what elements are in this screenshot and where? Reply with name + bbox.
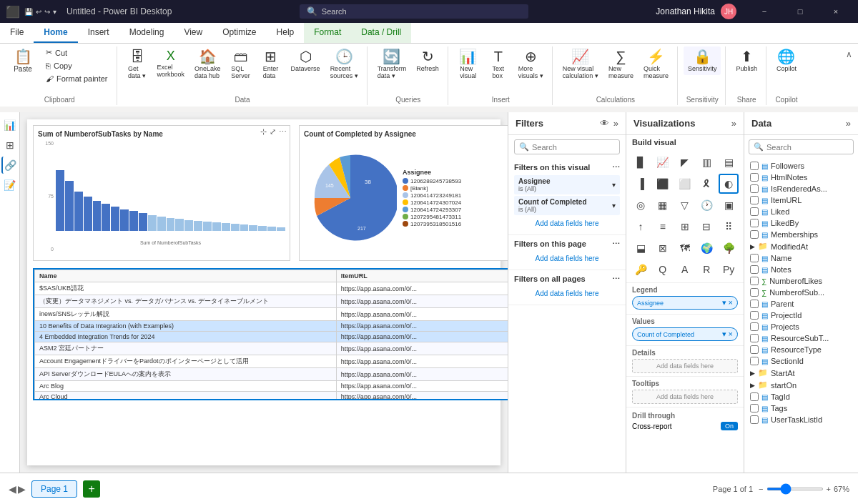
tab-insert[interactable]: Insert xyxy=(78,23,119,43)
table-row[interactable]: inews/SNSレッテル解説https://app.asana.com/0/.… xyxy=(35,308,508,321)
viz-icon-smart-narrative[interactable]: A xyxy=(675,260,695,280)
field-numberoflikes[interactable]: ∑ NumberofLikes xyxy=(747,275,855,287)
field-liked[interactable]: ▤ Liked xyxy=(747,206,855,217)
copy-button[interactable]: ⎘ Copy xyxy=(41,60,112,71)
liked-checkbox[interactable] xyxy=(750,207,759,216)
bar-item[interactable] xyxy=(102,204,110,231)
folder-modifiedat[interactable]: ▶ 📁 ModifiedAt xyxy=(747,240,855,252)
col-itemurl[interactable]: ItemURL xyxy=(336,270,508,282)
itemurl-checkbox[interactable] xyxy=(750,196,759,204)
bar-item[interactable] xyxy=(231,224,240,231)
dropdown-icon[interactable]: ▾ xyxy=(53,8,56,16)
viz-icon-100-col[interactable]: ⬜ xyxy=(675,174,695,194)
filter-visual-menu[interactable]: ⋯ xyxy=(612,163,620,172)
field-resourcesubt[interactable]: ▤ ResourceSubT... xyxy=(747,332,855,344)
bar-item[interactable] xyxy=(84,197,92,231)
projectid-checkbox[interactable] xyxy=(750,311,759,320)
filter-page-menu[interactable]: ⋯ xyxy=(612,239,620,249)
sql-button[interactable]: 🗃 SQLServer xyxy=(227,46,255,82)
new-visual-button[interactable]: 📊 Newvisual xyxy=(454,46,483,82)
tab-home[interactable]: Home xyxy=(34,23,77,43)
filter-add-page[interactable]: Add data fields here xyxy=(514,252,620,265)
close-button[interactable]: × xyxy=(819,0,852,23)
table-row[interactable]: 4 Embedded Integration Trends for 2024ht… xyxy=(35,332,508,342)
notes-checkbox[interactable] xyxy=(750,265,759,274)
viz-icon-area[interactable]: ◤ xyxy=(675,152,695,172)
dax-query-icon[interactable]: 📝 xyxy=(1,177,19,194)
tab-optimize[interactable]: Optimize xyxy=(212,23,266,43)
field-name[interactable]: ▤ Name xyxy=(747,252,855,264)
maximize-button[interactable]: □ xyxy=(784,0,817,23)
table-row[interactable]: （変更）データマネジメント vs. データガバナンス vs. データイネーブルメ… xyxy=(35,295,508,308)
viz-icon-map[interactable]: 🗺 xyxy=(675,238,695,258)
global-search[interactable]: 🔍 Search xyxy=(300,4,528,19)
likedby-checkbox[interactable] xyxy=(750,219,759,227)
save-icon[interactable]: 💾 xyxy=(24,8,33,16)
page-1-tab[interactable]: Page 1 xyxy=(31,480,77,498)
bar-item[interactable] xyxy=(277,227,285,231)
viz-icon-donut[interactable]: ◎ xyxy=(631,195,651,215)
data-search-input[interactable] xyxy=(766,143,849,152)
filter-add-visual[interactable]: Add data fields here xyxy=(514,217,620,230)
viz-icon-kpi[interactable]: ↑ xyxy=(631,217,651,237)
paste-button[interactable]: 📋 Paste xyxy=(7,46,39,76)
viz-icon-funnel[interactable]: ▽ xyxy=(675,195,695,215)
bar-item[interactable] xyxy=(65,181,74,231)
bar-item[interactable] xyxy=(212,222,221,231)
followers-checkbox[interactable] xyxy=(750,162,759,170)
excel-button[interactable]: X Excelworkbook xyxy=(153,46,189,81)
new-visual-calc-button[interactable]: 📈 New visualcalculation ▾ xyxy=(558,46,603,82)
dataverse-button[interactable]: ⬡ Dataverse xyxy=(287,46,325,75)
prev-page-icon[interactable]: ◀ xyxy=(9,483,16,495)
tooltips-add-area[interactable]: Add data fields here xyxy=(632,390,738,404)
filters-search-input[interactable] xyxy=(532,143,615,152)
viz-icon-pie[interactable]: ◐ xyxy=(719,174,739,194)
zoom-slider[interactable] xyxy=(766,488,824,490)
redo-icon[interactable]: ↪ xyxy=(44,8,50,16)
numberofsub-checkbox[interactable] xyxy=(750,288,759,297)
bar-item[interactable] xyxy=(56,170,64,231)
bar-item[interactable] xyxy=(157,217,166,231)
field-notes[interactable]: ▤ Notes xyxy=(747,264,855,275)
tab-view[interactable]: View xyxy=(174,23,212,43)
field-projectid[interactable]: ▤ ProjectId xyxy=(747,310,855,321)
collapse-ribbon-button[interactable]: ∧ xyxy=(843,46,855,105)
viz-icon-decomp-tree[interactable]: 🌳 xyxy=(719,238,739,258)
model-view-icon[interactable]: 🔗 xyxy=(1,157,19,174)
undo-icon[interactable]: ↩ xyxy=(36,8,41,16)
tags-checkbox[interactable] xyxy=(750,404,759,412)
filter-assignee-expand[interactable]: ▾ xyxy=(612,181,616,189)
pie-chart-visual[interactable]: Count of Completed by Assignee xyxy=(299,125,508,261)
viz-icon-card[interactable]: ▣ xyxy=(719,195,739,215)
numberoflikes-checkbox[interactable] xyxy=(750,277,759,285)
filter-add-all[interactable]: Add data fields here xyxy=(514,287,620,300)
legend-field-assignee[interactable]: Assignee ▾ × xyxy=(632,296,738,310)
bar-item[interactable] xyxy=(222,223,230,231)
bar-item[interactable] xyxy=(194,221,202,231)
viz-icon-paginated[interactable]: R xyxy=(696,260,716,280)
viz-icon-scatter[interactable]: ⠿ xyxy=(719,217,739,237)
table-view-icon[interactable]: ⊞ xyxy=(1,137,19,154)
table-row[interactable]: ASM2 宮廷パートナーhttps://app.asana.com/0/...7… xyxy=(35,342,508,355)
field-memberships[interactable]: ▤ Memberships xyxy=(747,229,855,240)
filter-eye-icon[interactable]: 👁 xyxy=(600,118,609,129)
filter-all-menu[interactable]: ⋯ xyxy=(612,275,620,284)
data-search[interactable]: 🔍 xyxy=(749,139,854,154)
resourcesubt-checkbox[interactable] xyxy=(750,334,759,342)
viz-icon-key-influencers[interactable]: 🔑 xyxy=(631,260,651,280)
table-row[interactable]: Arc Cloudhttps://app.asana.com/0/...0047 xyxy=(35,392,508,400)
field-sectionid[interactable]: ▤ SectionId xyxy=(747,355,855,367)
cut-button[interactable]: ✂ Cut xyxy=(41,46,112,59)
sensitivity-button[interactable]: 🔒 Sensitivity xyxy=(684,46,721,75)
focus-icon[interactable]: ⤢ xyxy=(270,127,276,137)
minimize-button[interactable]: − xyxy=(748,0,781,23)
new-measure-button[interactable]: ∑ Newmeasure xyxy=(604,46,638,82)
field-parent[interactable]: ▤ Parent xyxy=(747,298,855,310)
table-visual[interactable]: ⊹ ⤢ ⋯ Name ItemURL xyxy=(33,268,508,400)
viz-icon-table[interactable]: ⊞ xyxy=(675,217,695,237)
tab-file[interactable]: File xyxy=(0,23,34,43)
bar-item[interactable] xyxy=(93,201,102,231)
isrendered-checkbox[interactable] xyxy=(750,184,759,193)
bar-chart-visual[interactable]: Sum of NumberofSubTasks by Name 150 75 0 xyxy=(33,125,290,261)
get-data-button[interactable]: 🗄 Getdata ▾ xyxy=(123,46,152,82)
